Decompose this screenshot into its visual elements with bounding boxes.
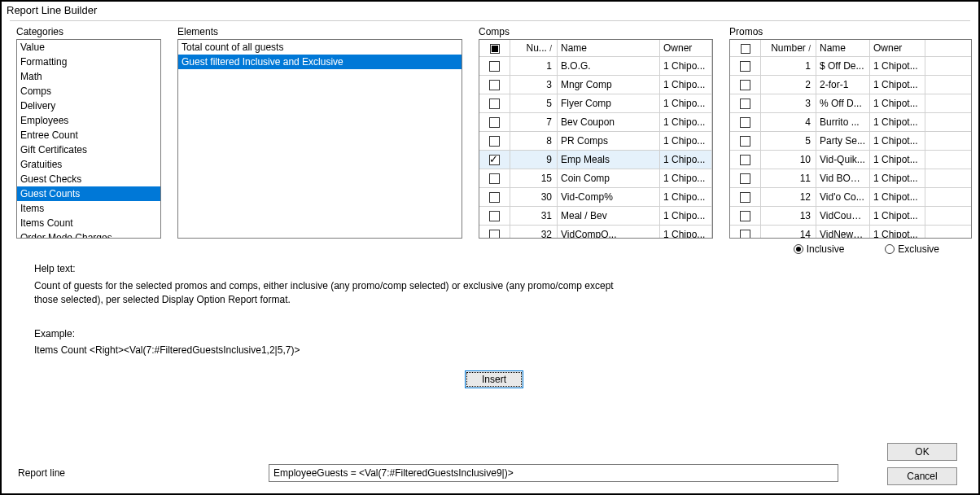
- row-checkbox[interactable]: [740, 80, 750, 90]
- row-number: 14: [761, 226, 816, 239]
- comps-select-all-checkbox[interactable]: [490, 44, 500, 54]
- category-item[interactable]: Value: [17, 40, 160, 55]
- element-item[interactable]: Guest filtered Inclusive and Exclusive: [178, 55, 462, 69]
- insert-button[interactable]: Insert: [465, 370, 523, 388]
- comps-row[interactable]: 30Vid-Comp%1 Chipo...: [479, 188, 712, 207]
- category-item[interactable]: Items Count: [17, 216, 160, 230]
- row-number: 8: [510, 132, 558, 150]
- ok-button[interactable]: OK: [887, 443, 957, 461]
- category-item[interactable]: Delivery: [17, 99, 160, 113]
- row-name: Vid-Quik...: [816, 151, 870, 169]
- comps-header-name[interactable]: Name: [558, 40, 660, 56]
- exclusive-radio[interactable]: Exclusive: [885, 243, 939, 255]
- row-checkbox[interactable]: [740, 211, 750, 221]
- promos-grid[interactable]: Number / Name Owner 1$ Off De...1 Chipot…: [729, 39, 972, 239]
- row-name: Emp Meals: [558, 151, 660, 169]
- report-line-input[interactable]: [269, 464, 838, 482]
- row-checkbox[interactable]: [740, 117, 750, 128]
- row-checkbox[interactable]: [740, 155, 750, 165]
- row-name: Vid'o Co...: [816, 188, 870, 206]
- category-item[interactable]: Math: [17, 69, 160, 84]
- comps-header: Nu... / Name Owner: [479, 40, 712, 57]
- promos-header-number[interactable]: Number: [771, 42, 806, 54]
- promos-row[interactable]: 3% Off D...1 Chipot...: [730, 94, 971, 113]
- row-number: 7: [510, 113, 558, 131]
- category-item[interactable]: Entree Count: [17, 128, 160, 142]
- row-owner: 1 Chipot...: [870, 94, 925, 112]
- promos-header-name[interactable]: Name: [816, 40, 870, 56]
- row-name: Coin Comp: [558, 169, 660, 187]
- comps-row[interactable]: 32VidCompO...1 Chipo...: [479, 226, 712, 239]
- promos-row[interactable]: 10Vid-Quik...1 Chipot...: [730, 151, 971, 169]
- row-checkbox[interactable]: [489, 117, 500, 128]
- promos-row[interactable]: 14VidNewP...1 Chipot...: [730, 226, 971, 239]
- promos-row[interactable]: 11Vid BOG...1 Chipot...: [730, 169, 971, 188]
- row-checkbox[interactable]: [489, 61, 500, 72]
- row-owner: 1 Chipot...: [870, 169, 925, 187]
- inclusive-radio[interactable]: Inclusive: [794, 243, 845, 255]
- category-item[interactable]: Gift Certificates: [17, 142, 160, 157]
- window-title: Report Line Builder: [2, 2, 978, 19]
- promos-row[interactable]: 5Party Se...1 Chipot...: [730, 132, 971, 151]
- promos-row[interactable]: 12Vid'o Co...1 Chipot...: [730, 188, 971, 207]
- category-item[interactable]: Items: [17, 201, 160, 216]
- row-owner: 1 Chipo...: [660, 226, 712, 239]
- row-checkbox[interactable]: [489, 136, 500, 147]
- promos-row[interactable]: 22-for-11 Chipot...: [730, 76, 971, 94]
- row-checkbox[interactable]: [740, 99, 750, 109]
- category-item[interactable]: Order Mode Charges: [17, 230, 160, 239]
- row-name: 2-for-1: [816, 76, 870, 94]
- promos-row[interactable]: 1$ Off De...1 Chipot...: [730, 57, 971, 76]
- comps-grid[interactable]: Nu... / Name Owner 1B.O.G.1 Chipo...3Mng…: [479, 39, 713, 239]
- promos-row[interactable]: 4Burrito ...1 Chipot...: [730, 113, 971, 132]
- row-number: 4: [761, 113, 816, 131]
- row-number: 5: [761, 132, 816, 150]
- categories-label: Categories: [16, 26, 161, 37]
- comps-row[interactable]: 7Bev Coupon1 Chipo...: [479, 113, 712, 132]
- row-checkbox[interactable]: [740, 61, 750, 72]
- category-item[interactable]: Guest Counts: [17, 186, 160, 201]
- row-number: 15: [510, 169, 558, 187]
- row-owner: 1 Chipo...: [660, 132, 712, 150]
- promos-row[interactable]: 13VidCoupon1 Chipot...: [730, 207, 971, 226]
- category-item[interactable]: Comps: [17, 84, 160, 99]
- row-checkbox[interactable]: [740, 136, 750, 147]
- help-text-label: Help text:: [34, 263, 954, 274]
- comps-row[interactable]: 5Flyer Comp1 Chipo...: [479, 94, 712, 113]
- promos-select-all-checkbox[interactable]: [741, 44, 750, 54]
- comps-header-number[interactable]: Nu...: [527, 42, 547, 54]
- comps-row[interactable]: 31Meal / Bev1 Chipo...: [479, 207, 712, 226]
- row-name: Bev Coupon: [558, 113, 660, 131]
- row-checkbox[interactable]: [489, 99, 500, 109]
- row-checkbox[interactable]: [740, 173, 750, 184]
- promos-header-owner[interactable]: Owner: [870, 40, 925, 56]
- category-item[interactable]: Formatting: [17, 55, 160, 69]
- row-checkbox[interactable]: [489, 80, 500, 90]
- row-checkbox[interactable]: [740, 192, 750, 203]
- row-checkbox[interactable]: [489, 230, 500, 239]
- row-checkbox[interactable]: [489, 155, 500, 165]
- row-checkbox[interactable]: [489, 211, 500, 221]
- comps-row[interactable]: 15Coin Comp1 Chipo...: [479, 169, 712, 188]
- comps-row[interactable]: 1B.O.G.1 Chipo...: [479, 57, 712, 76]
- row-owner: 1 Chipo...: [660, 207, 712, 225]
- comps-row[interactable]: 3Mngr Comp1 Chipo...: [479, 76, 712, 94]
- category-item[interactable]: Employees: [17, 113, 160, 128]
- elements-listbox[interactable]: Total count of all guestsGuest filtered …: [177, 39, 462, 239]
- row-checkbox[interactable]: [740, 230, 750, 239]
- categories-listbox[interactable]: ValueFormattingMathCompsDeliveryEmployee…: [16, 39, 161, 239]
- element-item[interactable]: Total count of all guests: [178, 40, 462, 55]
- category-item[interactable]: Guest Checks: [17, 172, 160, 186]
- cancel-button[interactable]: Cancel: [887, 467, 957, 485]
- row-name: PR Comps: [558, 132, 660, 150]
- comps-row[interactable]: 9Emp Meals1 Chipo...: [479, 151, 712, 169]
- promos-header: Number / Name Owner: [730, 40, 971, 57]
- row-checkbox[interactable]: [489, 192, 500, 203]
- category-item[interactable]: Gratuities: [17, 157, 160, 172]
- comps-header-owner[interactable]: Owner: [660, 40, 712, 56]
- row-number: 1: [510, 57, 558, 75]
- comps-row[interactable]: 8PR Comps1 Chipo...: [479, 132, 712, 151]
- row-name: Vid-Comp%: [558, 188, 660, 206]
- row-checkbox[interactable]: [489, 173, 500, 184]
- row-owner: 1 Chipot...: [870, 113, 925, 131]
